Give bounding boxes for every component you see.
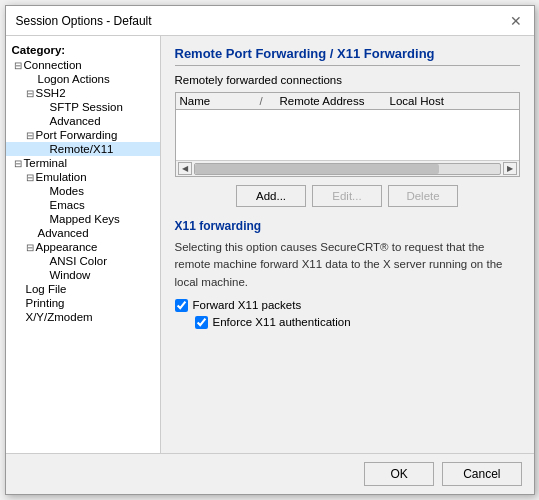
sidebar-item-ansi-color[interactable]: ANSI Color [6,254,160,268]
x11-description: Selecting this option causes SecureCRT® … [175,239,520,291]
sidebar-item-port-forwarding[interactable]: ⊟Port Forwarding [6,128,160,142]
enforce-x11-checkbox[interactable] [195,316,208,329]
sidebar-item-emulation[interactable]: ⊟Emulation [6,170,160,184]
sidebar-item-remote-x11[interactable]: Remote/X11 [6,142,160,156]
close-button[interactable]: ✕ [508,13,524,29]
sidebar-item-xyz[interactable]: X/Y/Zmodem [6,310,160,324]
session-options-dialog: Session Options - Default ✕ Category: ⊟C… [5,5,535,495]
sidebar-item-appearance[interactable]: ⊟Appearance [6,240,160,254]
sidebar-item-emacs[interactable]: Emacs [6,198,160,212]
table-header-row: Name / Remote Address Local Host [176,93,519,110]
edit-button[interactable]: Edit... [312,185,382,207]
dialog-footer: OK Cancel [6,453,534,494]
sidebar-item-sftp-session[interactable]: SFTP Session [6,100,160,114]
delete-button[interactable]: Delete [388,185,458,207]
scroll-left-button[interactable]: ◀ [178,162,192,175]
forward-x11-row: Forward X11 packets [175,299,520,312]
scrollbar-thumb [195,164,439,174]
enforce-x11-row: Enforce X11 authentication [195,316,520,329]
title-bar: Session Options - Default ✕ [6,6,534,36]
table-body[interactable] [176,110,519,160]
sidebar-item-advanced2[interactable]: Advanced [6,226,160,240]
sidebar-item-modes[interactable]: Modes [6,184,160,198]
col-header-sep: / [260,95,280,107]
sidebar-item-ssh2[interactable]: ⊟SSH2 [6,86,160,100]
main-content: Remote Port Forwarding / X11 Forwarding … [161,36,534,453]
x11-title: X11 forwarding [175,219,520,233]
forwarding-table: Name / Remote Address Local Host ◀ ▶ [175,92,520,177]
col-header-remote: Remote Address [280,95,390,107]
dialog-title: Session Options - Default [16,14,152,28]
table-section-label: Remotely forwarded connections [175,74,520,86]
horizontal-scrollbar-area: ◀ ▶ [176,160,519,176]
sidebar: Category: ⊟Connection Logon Actions ⊟SSH… [6,36,161,453]
add-button[interactable]: Add... [236,185,306,207]
sidebar-item-printing[interactable]: Printing [6,296,160,310]
sidebar-item-logon-actions[interactable]: Logon Actions [6,72,160,86]
sidebar-item-terminal[interactable]: ⊟Terminal [6,156,160,170]
sidebar-item-advanced[interactable]: Advanced [6,114,160,128]
dialog-body: Category: ⊟Connection Logon Actions ⊟SSH… [6,36,534,453]
horizontal-scrollbar[interactable] [194,163,501,175]
sidebar-item-mapped-keys[interactable]: Mapped Keys [6,212,160,226]
sidebar-item-connection[interactable]: ⊟Connection [6,58,160,72]
enforce-x11-label: Enforce X11 authentication [213,316,351,328]
forward-x11-label: Forward X11 packets [193,299,302,311]
forward-x11-checkbox[interactable] [175,299,188,312]
cancel-button[interactable]: Cancel [442,462,521,486]
scroll-right-button[interactable]: ▶ [503,162,517,175]
ok-button[interactable]: OK [364,462,434,486]
section-title: Remote Port Forwarding / X11 Forwarding [175,46,520,66]
category-label: Category: [6,40,160,58]
col-header-name: Name [180,95,260,107]
sidebar-item-window[interactable]: Window [6,268,160,282]
col-header-local: Local Host [390,95,515,107]
sidebar-item-log-file[interactable]: Log File [6,282,160,296]
table-button-row: Add... Edit... Delete [175,185,520,207]
